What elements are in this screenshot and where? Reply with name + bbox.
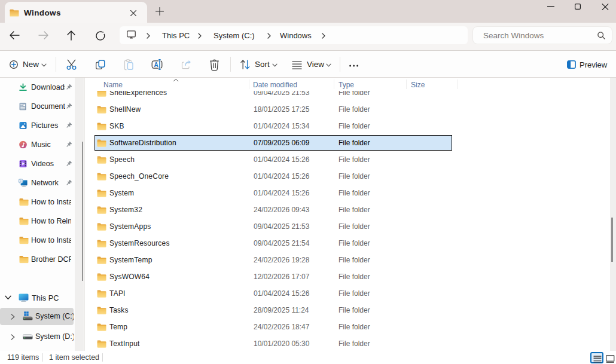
svg-text:A: A <box>154 62 158 68</box>
